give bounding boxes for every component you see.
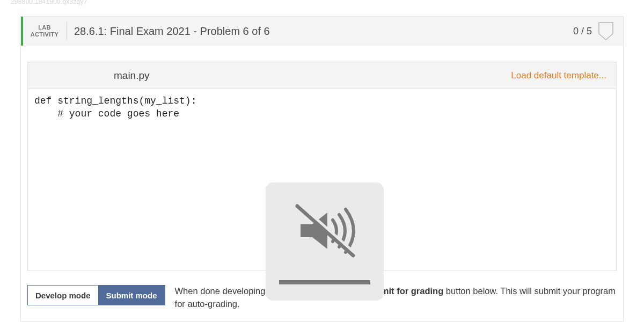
volume-bar[interactable] bbox=[279, 280, 370, 284]
load-default-template-link[interactable]: Load default template... bbox=[511, 70, 606, 81]
watermark-text: 298800.1841900.qx3zqy7 bbox=[11, 0, 87, 5]
lab-header: LAB ACTIVITY 28.6.1: Final Exam 2021 - P… bbox=[21, 17, 623, 46]
lab-badge: LAB ACTIVITY bbox=[23, 24, 66, 38]
lab-badge-line1: LAB bbox=[23, 24, 66, 31]
lab-title: 28.6.1: Final Exam 2021 - Problem 6 of 6 bbox=[74, 25, 573, 38]
speaker-muted-icon bbox=[284, 199, 365, 265]
editor-header: main.py Load default template... bbox=[27, 62, 617, 89]
develop-mode-button[interactable]: Develop mode bbox=[27, 285, 98, 305]
mute-overlay[interactable] bbox=[266, 182, 384, 301]
mode-help-text: When done developing your program, press… bbox=[175, 285, 617, 311]
lab-score: 0 / 5 bbox=[573, 26, 592, 37]
submit-mode-button[interactable]: Submit mode bbox=[98, 285, 165, 305]
filename-label: main.py bbox=[28, 70, 511, 82]
lab-badge-line2: ACTIVITY bbox=[23, 31, 66, 38]
divider bbox=[66, 22, 67, 40]
shield-icon bbox=[598, 22, 613, 40]
